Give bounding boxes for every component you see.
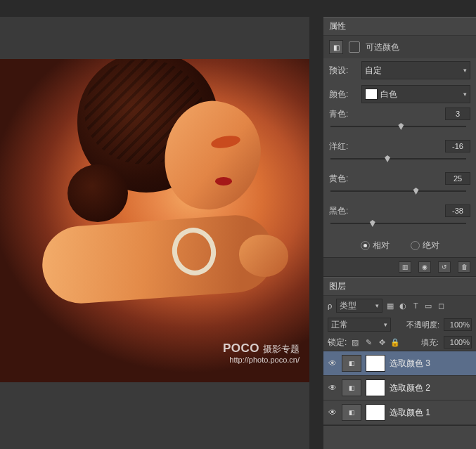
photo-hand [239,235,288,277]
adjustment-label: 可选颜色 [366,41,399,53]
mode-relative[interactable]: 相对 [361,240,390,252]
watermark: POCO 摄影专题 http://photo.poco.cn/ [223,343,300,365]
filter-type-icon[interactable]: T [411,301,420,311]
slider-label: 洋红: [329,141,348,152]
fill-input[interactable]: 100% [444,336,472,349]
properties-footer: ▥ ◉ ↺ 🗑 [323,257,476,276]
opacity-input[interactable]: 100% [444,318,472,331]
lock-image-icon[interactable]: ✎ [364,337,373,347]
chevron-down-icon: ▾ [375,302,379,309]
photo-hair-bun [67,164,128,222]
slider-value-input[interactable]: -38 [445,204,470,217]
slider-track[interactable] [330,154,466,164]
layer-mask-thumb[interactable] [366,379,385,396]
slider-label: 黄色: [329,173,348,185]
filter-kind-select[interactable]: 类型▾ [336,299,382,313]
slider-thumb[interactable] [398,123,404,130]
lock-transparent-icon[interactable]: ▨ [350,337,360,347]
lock-position-icon[interactable]: ✥ [377,337,387,347]
watermark-sub: 摄影专题 [263,344,300,354]
layer-name[interactable]: 选取颜色 1 [390,407,430,419]
preset-label: 预设: [329,65,357,77]
slider-value-input[interactable]: 25 [445,172,470,185]
adjustment-thumb-icon: ◧ [342,355,361,372]
slider-thumb[interactable] [370,220,375,227]
filter-pixel-icon[interactable]: ▦ [385,301,395,311]
slider-value-input[interactable]: -16 [445,140,470,152]
chevron-down-icon: ▾ [463,67,467,74]
chevron-down-icon: ▾ [463,91,467,98]
slider-yellow: 黄色: 25 [323,171,476,203]
properties-title: 属性 [323,17,476,36]
slider-cyan: 青色: 3 [323,106,476,138]
mode-absolute[interactable]: 绝对 [411,240,439,252]
preset-select[interactable]: 自定 ▾ [361,61,470,79]
filter-shape-icon[interactable]: ▭ [423,301,433,311]
trash-icon[interactable]: 🗑 [458,261,470,273]
slider-value-input[interactable]: 3 [445,108,470,120]
visibility-icon[interactable]: 👁 [328,383,337,393]
layer-row[interactable]: 👁 ◧ 选取颜色 3 [323,351,476,376]
opacity-label: 不透明度: [406,320,439,330]
panels-column: 属性 ◧ 可选颜色 预设: 自定 ▾ 颜色: 白色 ▾ 青色: 3 [323,17,476,449]
adjustment-thumb-icon: ◧ [342,379,361,396]
layer-row[interactable]: 👁 ◧ 选取颜色 2 [323,376,476,401]
watermark-brand: POCO [223,341,259,355]
view-previous-icon[interactable]: ◉ [418,261,431,273]
visibility-icon[interactable]: 👁 [328,358,337,368]
layer-name[interactable]: 选取颜色 3 [390,358,430,370]
lock-all-icon[interactable]: 🔒 [390,337,400,347]
slider-track[interactable] [330,219,466,228]
preset-value: 自定 [365,65,382,77]
adjustment-thumb-icon: ◧ [342,404,361,421]
lock-label: 锁定: [328,337,347,349]
layers-title: 图层 [323,277,476,296]
blend-mode-select[interactable]: 正常▾ [328,318,391,332]
slider-thumb[interactable] [413,188,419,195]
slider-magenta: 洋红: -16 [323,138,476,171]
chevron-down-icon: ▾ [384,321,387,328]
color-swatch [365,89,378,100]
layer-name[interactable]: 选取颜色 2 [390,382,430,394]
radio-off-icon [411,241,420,250]
properties-panel: 属性 ◧ 可选颜色 预设: 自定 ▾ 颜色: 白色 ▾ 青色: 3 [323,17,476,277]
filter-adjust-icon[interactable]: ◐ [398,301,408,311]
color-select[interactable]: 白色 ▾ [361,85,470,103]
slider-label: 青色: [329,108,348,120]
document-canvas[interactable]: POCO 摄影专题 http://photo.poco.cn/ [0,17,309,449]
color-label: 颜色: [329,89,357,100]
mask-link-icon[interactable] [349,41,360,53]
radio-on-icon [361,241,370,250]
color-value: 白色 [380,89,397,100]
fill-label: 填充: [421,337,439,348]
clip-to-layer-icon[interactable]: ▥ [399,261,411,273]
adjustment-icon[interactable]: ◧ [329,40,343,54]
layer-mask-thumb[interactable] [366,404,385,421]
slider-track[interactable] [330,122,466,131]
visibility-icon[interactable]: 👁 [328,408,337,417]
layer-mask-thumb[interactable] [366,355,385,372]
layers-panel: 图层 ρ 类型▾ ▦ ◐ T ▭ ◻ 正常▾ 不透明度: 100% 锁定: ▨ … [323,277,476,426]
reset-icon[interactable]: ↺ [438,261,451,273]
slider-thumb[interactable] [385,155,390,162]
filter-smart-icon[interactable]: ◻ [436,301,446,311]
mode-radio-group: 相对 绝对 [323,235,476,257]
layer-row[interactable]: 👁 ◧ 选取颜色 1 [323,401,476,425]
slider-label: 黑色: [329,205,348,217]
slider-black: 黑色: -38 [323,203,476,235]
photo-lips [215,177,232,186]
image-preview: POCO 摄影专题 http://photo.poco.cn/ [0,59,309,382]
slider-track[interactable] [330,186,466,196]
watermark-url: http://photo.poco.cn/ [223,355,300,365]
